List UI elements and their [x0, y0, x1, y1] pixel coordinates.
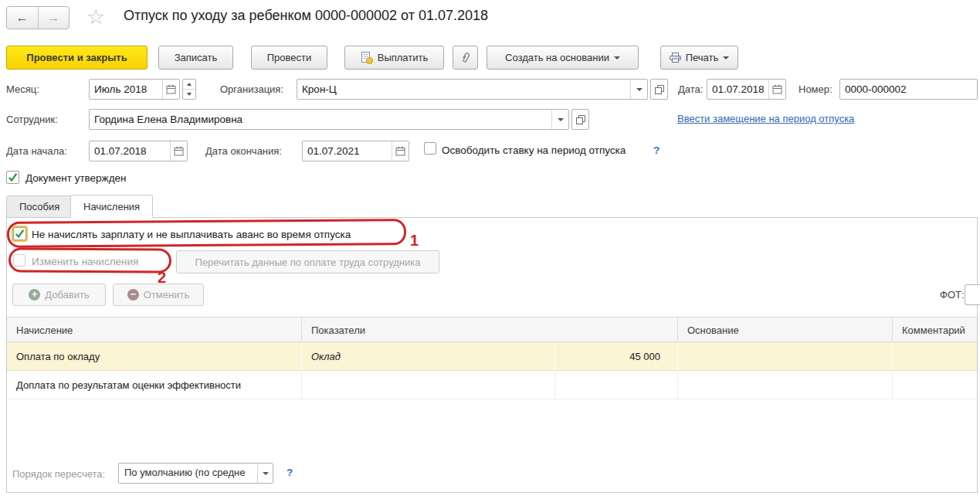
check-icon [8, 172, 18, 182]
chevron-down-icon [614, 56, 620, 59]
open-form-icon [576, 115, 585, 124]
organization-input[interactable] [297, 80, 630, 99]
document-window: ← → ☆ Отпуск по уходу за ребенком 0000-0… [0, 0, 980, 496]
release-rate-checkbox[interactable] [424, 142, 436, 155]
create-based-on-label: Создать на основании [505, 52, 609, 63]
number-field [839, 79, 978, 100]
tab-benefits-label: Пособия [19, 201, 59, 212]
post-and-close-label: Провести и закрыть [26, 52, 127, 63]
print-label: Печать [686, 52, 719, 63]
attachments-button[interactable] [453, 46, 478, 70]
pay-label: Выплатить [378, 52, 429, 63]
month-label: Месяц: [6, 83, 39, 95]
chevron-down-icon [723, 56, 729, 59]
check-icon [15, 229, 25, 239]
no-salary-label: Не начислять зарплату и не выплачивать а… [32, 229, 351, 240]
date-field [707, 79, 786, 100]
printer-icon [670, 53, 681, 63]
post-label: Провести [267, 52, 312, 63]
end-date-field [302, 141, 409, 161]
no-salary-checkbox[interactable] [13, 227, 26, 240]
forward-arrow-icon: → [47, 11, 59, 25]
cell-comment[interactable] [892, 342, 977, 371]
approved-label: Документ утвержден [25, 172, 126, 184]
end-date-input[interactable] [303, 141, 392, 161]
dropdown-chevron-icon[interactable] [630, 80, 647, 99]
back-arrow-icon: ← [16, 11, 29, 25]
reread-data-button[interactable]: Перечитать данные по оплате труда сотруд… [176, 250, 439, 273]
recalc-order-value: По умолчанию (по средне [119, 464, 257, 483]
cell-accrual[interactable]: Доплата по результатам оценки эффективно… [7, 371, 301, 399]
start-date-label: Дата начала: [6, 145, 67, 157]
number-label: Номер: [799, 83, 832, 95]
cell-indicator[interactable]: Оклад [301, 342, 554, 371]
cell-accrual[interactable]: Оплата по окладу [7, 342, 301, 371]
pay-button[interactable]: Выплатить [344, 46, 444, 70]
cell-value[interactable]: 45 000 [554, 342, 677, 371]
calendar-icon[interactable] [162, 80, 179, 99]
number-input[interactable] [840, 80, 977, 99]
save-label: Записать [175, 52, 218, 63]
print-button[interactable]: Печать [660, 46, 738, 70]
start-date-input[interactable] [90, 141, 170, 161]
change-accruals-checkbox[interactable] [13, 254, 25, 267]
calendar-icon[interactable] [392, 141, 409, 161]
cell-basis[interactable] [677, 342, 892, 371]
column-header-basis[interactable]: Основание [677, 318, 892, 343]
column-header-indicators[interactable]: Показатели [301, 318, 677, 343]
substitution-link[interactable]: Ввести замещение на период отпуска [677, 113, 854, 124]
month-input[interactable] [90, 80, 162, 99]
cancel-row-button[interactable]: − Отменить [113, 284, 204, 306]
minus-circle-icon: − [127, 289, 139, 301]
plus-circle-icon: + [29, 289, 40, 301]
month-field [89, 79, 180, 100]
employee-open-button[interactable] [571, 109, 589, 130]
save-button[interactable]: Записать [158, 46, 233, 70]
employee-input[interactable] [90, 110, 551, 129]
cell-comment[interactable] [892, 371, 977, 399]
forward-button[interactable]: → [39, 7, 70, 29]
date-input[interactable] [707, 80, 768, 99]
stepper-down-icon[interactable] [183, 90, 195, 99]
dropdown-chevron-icon[interactable] [551, 110, 568, 129]
calendar-icon[interactable] [170, 141, 187, 161]
reread-data-label: Перечитать данные по оплате труда сотруд… [195, 256, 421, 268]
back-button[interactable]: ← [7, 7, 39, 29]
post-button[interactable]: Провести [251, 46, 327, 70]
release-rate-label: Освободить ставку на период отпуска [442, 144, 626, 156]
nav-history-group: ← → [6, 6, 70, 29]
organization-open-button[interactable] [650, 79, 668, 100]
stepper-up-icon[interactable] [183, 80, 195, 90]
fot-label: ФОТ: [940, 289, 965, 301]
column-header-accrual[interactable]: Начисление [7, 318, 301, 343]
calendar-icon[interactable] [768, 80, 785, 99]
release-rate-help-icon[interactable]: ? [653, 144, 660, 156]
approved-checkbox[interactable] [6, 171, 19, 184]
create-based-on-button[interactable]: Создать на основании [487, 46, 639, 70]
end-date-label: Дата окончания: [205, 145, 282, 157]
cell-indicator[interactable] [301, 371, 554, 399]
cancel-row-label: Отменить [144, 289, 189, 301]
table-row[interactable]: Доплата по результатам оценки эффективно… [7, 371, 977, 399]
table-row-selected[interactable]: Оплата по окладу Оклад 45 000 [7, 342, 977, 371]
paperclip-icon [460, 52, 471, 63]
pay-document-coin-icon [361, 52, 373, 64]
dropdown-chevron-icon [257, 464, 273, 483]
cell-basis[interactable] [677, 371, 892, 399]
recalc-help-icon[interactable]: ? [287, 467, 293, 478]
tab-benefits[interactable]: Пособия [6, 195, 73, 218]
fot-input[interactable] [965, 285, 980, 304]
table-header-row: Начисление Показатели Основание Коммента… [7, 317, 977, 342]
cell-value[interactable] [554, 371, 677, 399]
favorites-star-icon[interactable]: ☆ [86, 7, 105, 28]
column-header-comment[interactable]: Комментарий [892, 318, 977, 343]
accruals-table: Начисление Показатели Основание Коммента… [7, 317, 977, 342]
employee-label: Сотрудник: [6, 114, 58, 125]
organization-field [297, 79, 648, 100]
post-and-close-button[interactable]: Провести и закрыть [6, 46, 148, 70]
employee-field [89, 109, 569, 130]
fot-field [965, 284, 980, 305]
recalc-order-select[interactable]: По умолчанию (по средне [118, 463, 273, 484]
add-row-button[interactable]: + Добавить [12, 284, 106, 306]
tab-accruals[interactable]: Начисления [70, 195, 153, 218]
